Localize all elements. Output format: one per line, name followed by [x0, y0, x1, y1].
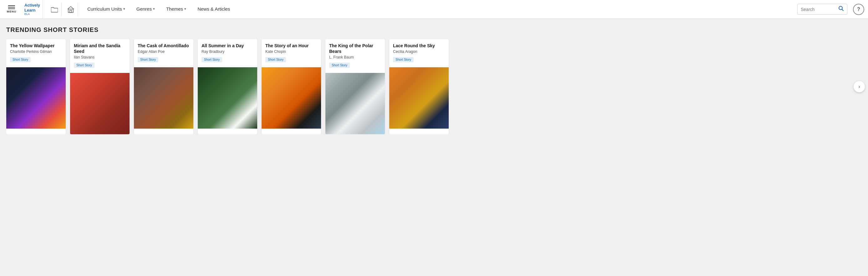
hamburger-bar-1: [8, 5, 15, 6]
card-badge: Short Story: [393, 57, 414, 62]
help-button[interactable]: ?: [853, 4, 864, 15]
menu-label: MENU: [7, 10, 17, 13]
card-author: Ray Bradbury: [202, 50, 253, 54]
card-item[interactable]: All Summer in a Day Ray Bradbury Short S…: [198, 39, 257, 134]
card-badge: Short Story: [202, 57, 222, 62]
card-badge: Short Story: [74, 63, 94, 68]
card-item[interactable]: The King of the Polar Bears L. Frank Bau…: [326, 39, 385, 134]
card-title: Lace Round the Sky: [393, 43, 445, 49]
card-image: [198, 67, 257, 129]
card-item[interactable]: The Cask of Amontillado Edgar Allan Poe …: [134, 39, 193, 134]
nav-news-articles-label: News & Articles: [197, 6, 230, 11]
card-title: The Yellow Wallpaper: [10, 43, 62, 49]
nav-themes-label: Themes: [166, 6, 183, 11]
logo-line1: Actively Learn: [24, 3, 40, 12]
card-info: The Yellow Wallpaper Charlotte Perkins G…: [6, 39, 66, 67]
svg-rect-1: [70, 10, 72, 12]
card-info: All Summer in a Day Ray Bradbury Short S…: [198, 39, 257, 67]
card-image: [261, 67, 321, 129]
card-author: Ilán Stavans: [74, 55, 126, 59]
card-image: [70, 73, 129, 134]
card-author: L. Frank Baum: [329, 55, 381, 59]
cards-wrapper: The Yellow Wallpaper Charlotte Perkins G…: [6, 39, 862, 134]
logo-sub: ELA: [24, 12, 40, 16]
main-nav: Curriculum Units ▾ Genres ▾ Themes ▾ New…: [82, 0, 236, 19]
card-info: The King of the Polar Bears L. Frank Bau…: [326, 39, 385, 73]
card-title: The Cask of Amontillado: [138, 43, 190, 49]
card-badge: Short Story: [329, 63, 350, 68]
card-info: The Story of an Hour Kate Chopin Short S…: [261, 39, 321, 67]
main-content: TRENDING SHORT STORIES The Yellow Wallpa…: [0, 19, 868, 137]
nav-curriculum-units-label: Curriculum Units: [87, 6, 122, 11]
card-image: [134, 67, 193, 129]
card-info: Miriam and the Sandía Seed Ilán Stavans …: [70, 39, 129, 73]
card-info: The Cask of Amontillado Edgar Allan Poe …: [134, 39, 193, 67]
menu-button[interactable]: MENU: [4, 3, 20, 15]
card-title: All Summer in a Day: [202, 43, 253, 49]
nav-news-articles[interactable]: News & Articles: [192, 0, 236, 19]
card-author: Edgar Allan Poe: [138, 50, 190, 54]
help-label: ?: [857, 7, 860, 12]
card-image: [389, 67, 449, 129]
card-item[interactable]: Lace Round the Sky Cecilia Aragon Short …: [389, 39, 449, 134]
nav-genres[interactable]: Genres ▾: [131, 0, 160, 19]
nav-genres-label: Genres: [136, 6, 152, 11]
card-title: The Story of an Hour: [265, 43, 317, 49]
nav-curriculum-units[interactable]: Curriculum Units ▾: [82, 0, 131, 19]
card-badge: Short Story: [265, 57, 286, 62]
chevron-down-icon: ▾: [153, 7, 155, 11]
logo-area[interactable]: Actively Learn ELA: [22, 0, 43, 19]
card-image: [326, 73, 385, 134]
card-title: Miriam and the Sandía Seed: [74, 43, 126, 54]
search-box[interactable]: [797, 4, 847, 15]
scroll-right-button[interactable]: ›: [854, 81, 865, 92]
search-icon: [838, 6, 844, 13]
card-item[interactable]: The Yellow Wallpaper Charlotte Perkins G…: [6, 39, 66, 134]
card-author: Cecilia Aragon: [393, 50, 445, 54]
folder-icon[interactable]: [48, 2, 62, 16]
card-badge: Short Story: [138, 57, 158, 62]
logo: Actively Learn ELA: [24, 3, 40, 16]
card-author: Kate Chopin: [265, 50, 317, 54]
cards-row: The Yellow Wallpaper Charlotte Perkins G…: [6, 39, 862, 134]
search-input[interactable]: [801, 7, 836, 12]
hamburger-bar-2: [8, 7, 15, 7]
card-item[interactable]: The Story of an Hour Kate Chopin Short S…: [261, 39, 321, 134]
chevron-down-icon: ▾: [123, 7, 125, 11]
hamburger-bar-3: [8, 8, 15, 9]
card-image: [6, 67, 66, 129]
nav-themes[interactable]: Themes ▾: [160, 0, 192, 19]
card-info: Lace Round the Sky Cecilia Aragon Short …: [389, 39, 449, 67]
card-title: The King of the Polar Bears: [329, 43, 381, 54]
building-icon[interactable]: [64, 2, 78, 16]
card-badge: Short Story: [10, 57, 31, 62]
card-item[interactable]: Miriam and the Sandía Seed Ilán Stavans …: [70, 39, 129, 134]
header: MENU Actively Learn ELA Curriculum Units…: [0, 0, 868, 19]
section-title: TRENDING SHORT STORIES: [6, 26, 862, 33]
card-author: Charlotte Perkins Gilman: [10, 50, 62, 54]
chevron-down-icon: ▾: [184, 7, 186, 11]
svg-rect-0: [68, 9, 73, 12]
